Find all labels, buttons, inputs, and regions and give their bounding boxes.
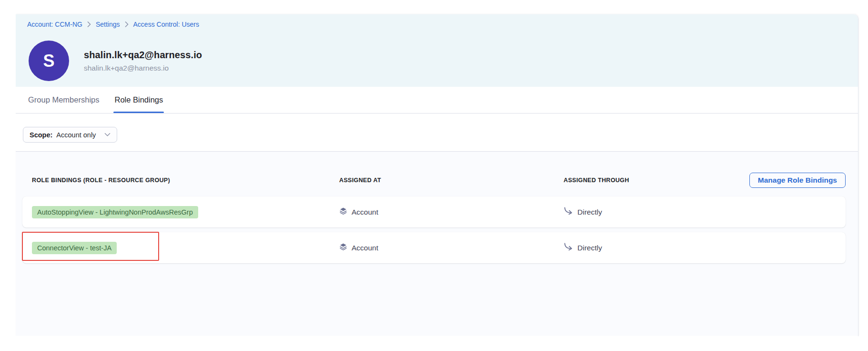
role-binding-cell: ConnectorView - test-JA bbox=[32, 242, 339, 254]
direct-arrow-icon bbox=[564, 207, 573, 217]
breadcrumb-access-control-users-link[interactable]: Access Control: Users bbox=[133, 21, 199, 28]
assigned-through-label: Directly bbox=[577, 244, 602, 252]
user-name: shalin.lk+qa2@harness.io bbox=[84, 50, 202, 61]
assigned-at-cell: Account bbox=[339, 243, 564, 253]
role-binding-badge: ConnectorView - test-JA bbox=[32, 242, 117, 254]
manage-role-bindings-button[interactable]: Manage Role Bindings bbox=[749, 173, 846, 188]
assigned-through-cell: Directly bbox=[564, 207, 846, 217]
page: Account: CCM-NG Settings Access Control:… bbox=[0, 0, 868, 351]
column-header-role-bindings: ROLE BINDINGS (ROLE - RESOURCE GROUP) bbox=[32, 177, 339, 184]
breadcrumb-account-link[interactable]: Account: CCM-NG bbox=[27, 21, 82, 28]
chevron-right-icon bbox=[87, 21, 91, 27]
role-binding-cell: AutoStoppingView - LightwingNonProdAwsRe… bbox=[32, 206, 339, 218]
assigned-through-label: Directly bbox=[577, 208, 602, 217]
assigned-at-label: Account bbox=[352, 244, 378, 252]
table-row[interactable]: ConnectorView - test-JA Account bbox=[22, 232, 846, 263]
user-details-panel: Account: CCM-NG Settings Access Control:… bbox=[16, 14, 858, 336]
scope-dropdown[interactable]: Scope: Account only bbox=[23, 127, 117, 143]
avatar: S bbox=[29, 41, 69, 81]
chevron-down-icon bbox=[104, 133, 111, 137]
tab-group-memberships[interactable]: Group Memberships bbox=[27, 87, 100, 113]
user-summary: S shalin.lk+qa2@harness.io shalin.lk+qa2… bbox=[29, 41, 202, 81]
tabs-bar: Group Memberships Role Bindings bbox=[16, 87, 858, 114]
role-binding-badge: AutoStoppingView - LightwingNonProdAwsRe… bbox=[32, 206, 198, 218]
role-bindings-table: ROLE BINDINGS (ROLE - RESOURCE GROUP) AS… bbox=[16, 152, 858, 336]
layers-icon bbox=[339, 207, 347, 217]
scope-dropdown-label: Scope: bbox=[30, 131, 52, 139]
table-row[interactable]: AutoStoppingView - LightwingNonProdAwsRe… bbox=[22, 196, 846, 227]
filter-bar: Scope: Account only bbox=[16, 114, 858, 152]
layers-icon bbox=[339, 243, 347, 253]
assigned-at-cell: Account bbox=[339, 207, 564, 217]
tab-role-bindings[interactable]: Role Bindings bbox=[113, 87, 164, 113]
assigned-through-cell: Directly bbox=[564, 243, 846, 253]
breadcrumb-settings-link[interactable]: Settings bbox=[96, 21, 120, 28]
user-email: shalin.lk+qa2@harness.io bbox=[84, 64, 202, 72]
user-details-header: Account: CCM-NG Settings Access Control:… bbox=[16, 14, 858, 87]
breadcrumb: Account: CCM-NG Settings Access Control:… bbox=[27, 21, 858, 28]
assigned-at-label: Account bbox=[352, 208, 378, 217]
direct-arrow-icon bbox=[564, 243, 573, 253]
table-header-row: ROLE BINDINGS (ROLE - RESOURCE GROUP) AS… bbox=[22, 173, 846, 188]
column-header-assigned-at: ASSIGNED AT bbox=[339, 177, 564, 184]
scope-dropdown-value: Account only bbox=[56, 131, 96, 139]
chevron-right-icon bbox=[125, 21, 129, 27]
avatar-initial: S bbox=[43, 51, 54, 71]
